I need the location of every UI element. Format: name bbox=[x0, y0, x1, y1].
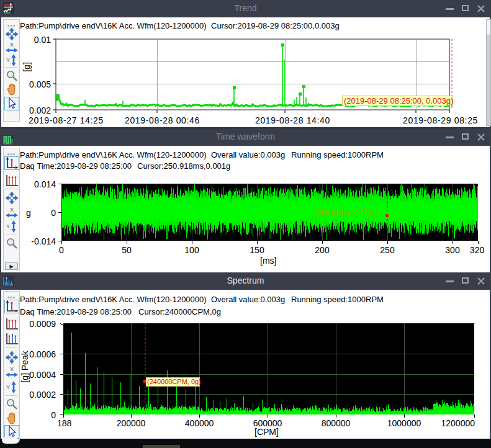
svg-text:Y: Y bbox=[6, 57, 9, 63]
svg-text:Y: Y bbox=[6, 384, 9, 390]
svg-text:X: X bbox=[9, 366, 13, 372]
svg-text:X: X bbox=[9, 207, 13, 213]
svg-text:X: X bbox=[9, 42, 13, 48]
svg-text:(250.918ms,0.001g): (250.918ms,0.001g) bbox=[315, 209, 379, 217]
svg-text:Y: Y bbox=[6, 223, 9, 230]
